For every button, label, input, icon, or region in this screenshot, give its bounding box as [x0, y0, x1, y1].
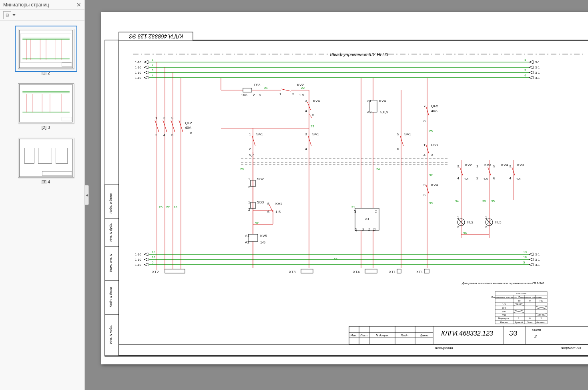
svg-text:ОНШ2Р8: ОНШ2Р8	[516, 292, 526, 295]
svg-text:Подп. и дата: Подп. и дата	[109, 287, 112, 307]
svg-text:2: 2	[534, 334, 537, 339]
svg-text:1-5: 1-5	[260, 240, 265, 244]
svg-text:KV4: KV4	[379, 99, 386, 103]
svg-text:1-9: 1-9	[299, 93, 304, 97]
svg-text:1-10: 1-10	[135, 253, 142, 256]
svg-line-126	[488, 167, 491, 176]
svg-text:3: 3	[509, 164, 511, 168]
svg-text:1: 1	[423, 143, 425, 147]
svg-text:3-1: 3-1	[535, 66, 540, 69]
svg-rect-114	[397, 269, 401, 273]
svg-text:3-1: 3-1	[535, 263, 540, 267]
svg-text:37: 37	[255, 221, 259, 225]
svg-text:1-10: 1-10	[135, 258, 142, 261]
svg-text:Дата: Дата	[419, 334, 429, 337]
thumbnail-label: [2] 3	[42, 125, 50, 130]
svg-text:Автомат.: Автомат.	[536, 321, 546, 324]
thumbnail-page-1[interactable]	[18, 29, 74, 69]
svg-text:3-1: 3-1	[535, 60, 540, 64]
svg-text:XT1: XT1	[389, 270, 396, 274]
svg-text:29: 29	[240, 167, 244, 171]
svg-line-100	[269, 204, 273, 212]
svg-text:3-1: 3-1	[535, 253, 540, 256]
sidebar-collapse-handle[interactable]: ◀	[85, 185, 89, 205]
thumbnails-toolbar: ⊟	[0, 10, 84, 21]
svg-rect-105	[165, 269, 185, 273]
svg-text:Формат А3: Формат А3	[561, 346, 581, 350]
svg-text:25: 25	[429, 129, 433, 133]
svg-text:1: 1	[248, 177, 250, 181]
svg-text:Инв. N дубл.: Инв. N дубл.	[109, 223, 112, 241]
svg-text:1-10: 1-10	[135, 76, 142, 80]
svg-text:FS3: FS3	[431, 143, 438, 147]
svg-text:Маркиров.: Маркиров.	[498, 317, 510, 320]
document-viewport[interactable]: ◀ КЛГИ.468332.123 Э3 Шкаф управления ШУ-…	[85, 0, 588, 390]
svg-text:A1: A1	[365, 217, 369, 221]
svg-text:3-1: 3-1	[535, 71, 540, 74]
svg-text:Лист: Лист	[531, 328, 541, 332]
svg-text:1-9: 1-9	[464, 178, 468, 181]
svg-text:2: 2	[253, 93, 255, 97]
svg-text:A1: A1	[367, 99, 371, 103]
svg-text:18: 18	[523, 255, 527, 259]
svg-text:KV2: KV2	[465, 163, 472, 167]
svg-text:8: 8	[259, 94, 261, 96]
svg-text:Подп. и дата: Подп. и дата	[109, 193, 112, 213]
svg-text:6: 6	[493, 176, 495, 180]
svg-text:Откл.: Откл.	[527, 321, 533, 324]
svg-rect-84	[243, 88, 252, 92]
svg-line-117	[426, 106, 429, 116]
svg-text:5: 5	[267, 202, 269, 206]
svg-text:Соединение контактов: Соединение контактов	[491, 296, 516, 298]
svg-text:13: 13	[152, 250, 155, 254]
svg-text:T2: T2	[373, 228, 376, 231]
svg-text:Изм.: Изм.	[350, 334, 357, 337]
svg-text:+60: +60	[539, 300, 544, 302]
svg-text:XT4: XT4	[353, 270, 360, 274]
svg-text:XT2: XT2	[152, 270, 159, 274]
svg-text:5,8,9: 5,8,9	[380, 110, 388, 114]
svg-text:3: 3	[431, 153, 433, 157]
svg-text:SA1: SA1	[312, 132, 319, 136]
svg-text:33: 33	[429, 201, 433, 205]
svg-text:3-4: 3-4	[502, 307, 506, 309]
thumbnails-panel: Миниатюры страниц ✕ ⊟	[0, 0, 85, 390]
svg-text:2: 2	[476, 176, 478, 180]
thumbnails-list: [1] 2 [2] 3	[7, 21, 84, 390]
svg-line-94	[252, 136, 255, 146]
svg-line-90	[309, 114, 312, 118]
svg-rect-26	[19, 139, 72, 177]
svg-text:QF2: QF2	[431, 104, 438, 108]
svg-text:Копировал: Копировал	[435, 346, 453, 350]
svg-text:1: 1	[279, 92, 281, 96]
svg-text:6: 6	[423, 193, 425, 197]
schematic-diagram: КЛГИ.468332.123 Э3 Шкаф управления ШУ-НГ…	[101, 12, 588, 364]
svg-text:1: 1	[476, 164, 478, 168]
close-icon[interactable]: ✕	[76, 2, 81, 8]
thumbnail-page-2[interactable]	[18, 83, 74, 123]
svg-text:38: 38	[334, 257, 337, 261]
thumbnail-page-3[interactable]	[18, 138, 74, 178]
svg-text:11: 11	[375, 210, 377, 213]
svg-text:1: 1	[249, 132, 251, 136]
svg-text:5: 5	[523, 261, 525, 264]
svg-text:27: 27	[166, 205, 170, 209]
svg-text:5: 5	[423, 183, 425, 187]
svg-text:5: 5	[397, 132, 399, 136]
svg-text:Э3: Э3	[509, 330, 517, 337]
svg-text:1: 1	[457, 215, 459, 219]
svg-text:1-9: 1-9	[484, 178, 488, 181]
chevron-down-icon[interactable]	[12, 14, 16, 16]
svg-text:23: 23	[311, 125, 314, 128]
svg-text:Лист: Лист	[360, 334, 369, 337]
svg-text:40A: 40A	[185, 126, 191, 130]
svg-text:КЛГИ.468332.123: КЛГИ.468332.123	[441, 330, 493, 337]
svg-text:28: 28	[174, 205, 177, 209]
svg-text:32: 32	[429, 173, 433, 177]
svg-text:34: 34	[455, 199, 459, 203]
svg-text:1: 1	[155, 116, 157, 120]
svg-text:22: 22	[301, 86, 305, 90]
options-icon[interactable]: ⊟	[3, 11, 11, 19]
svg-text:21: 21	[264, 86, 268, 90]
svg-text:3: 3	[305, 99, 307, 103]
